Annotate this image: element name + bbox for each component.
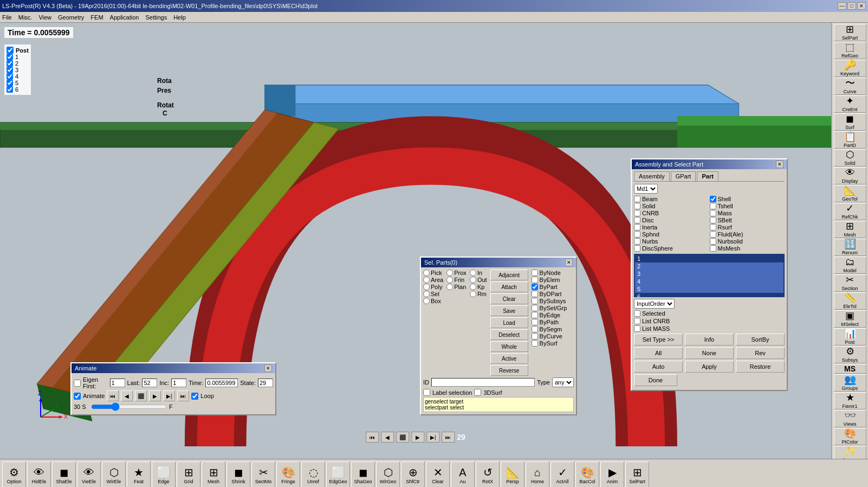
animate-animate-cb[interactable] — [74, 393, 81, 400]
btool-sectmo[interactable]: ✂ SectMo — [251, 462, 275, 488]
btool-unref[interactable]: ◌ Unref — [301, 462, 325, 488]
first-frame-btn[interactable]: ⏮ — [366, 432, 379, 443]
plan-radio[interactable] — [446, 284, 453, 290]
frin-radio[interactable] — [446, 277, 453, 283]
part-6-cb[interactable] — [7, 86, 13, 93]
btool-shfctr[interactable]: ⊕ ShfCtr — [401, 462, 425, 488]
btool-fringe[interactable]: 🎨 Fringe — [276, 462, 300, 488]
mass-cb[interactable] — [710, 210, 716, 216]
animate-inc-input[interactable] — [171, 379, 186, 387]
box-radio[interactable] — [423, 298, 430, 304]
part-5-cb[interactable] — [7, 80, 13, 86]
prox-radio[interactable] — [446, 270, 453, 276]
rtool-creent[interactable]: ✦ CreEnt — [834, 95, 866, 113]
rtool-groups[interactable]: 👥 Groups — [834, 374, 866, 392]
save-sel-btn[interactable]: Save — [490, 305, 528, 316]
btool-edge[interactable]: ⬜ Edge — [152, 462, 176, 488]
play-btn[interactable]: ▶ — [149, 390, 161, 401]
discsphere-cb[interactable] — [634, 245, 640, 252]
viewport[interactable]: Time = 0.0055999 Post 1 2 3 4 — [0, 23, 831, 459]
load-sel-btn[interactable]: Load — [490, 317, 528, 328]
rsurf-cb[interactable] — [710, 224, 716, 230]
part-list-master-cb[interactable] — [7, 47, 14, 54]
rtool-ms[interactable]: MS — [834, 364, 866, 374]
rtool-display[interactable]: 👁 Display — [834, 167, 866, 184]
selparts-close-btn[interactable]: ✕ — [565, 259, 573, 266]
menu-file[interactable]: File — [2, 14, 12, 21]
step-fwd-btn[interactable]: ▶| — [163, 390, 175, 401]
btool-clear[interactable]: ✕ Clear — [426, 462, 450, 488]
sort-by-btn[interactable]: SortBy — [736, 334, 785, 345]
out-radio[interactable] — [470, 277, 476, 283]
rtool-model[interactable]: 🗂 Model — [834, 257, 866, 274]
assembly-part-4[interactable]: 4 — [635, 278, 783, 285]
titlebar-buttons[interactable]: — □ ✕ — [838, 2, 866, 10]
byelem-cb[interactable] — [532, 277, 538, 283]
shell-cb[interactable] — [710, 196, 716, 202]
id-input[interactable] — [431, 378, 535, 387]
btool-home[interactable]: ⌂ Home — [526, 462, 549, 488]
assembly-part-5[interactable]: 5 — [635, 285, 783, 293]
byedge-cb[interactable] — [532, 312, 538, 318]
inerta-cb[interactable] — [634, 224, 640, 230]
btool-shageo[interactable]: ◼ ShaGeo — [351, 462, 375, 488]
rtool-section[interactable]: ✂ Section — [834, 274, 866, 292]
label-sel-cb[interactable] — [423, 389, 430, 396]
rm-radio[interactable] — [470, 291, 476, 297]
sphnd-cb[interactable] — [634, 231, 640, 238]
last-frame-btn[interactable]: ⏭ — [442, 432, 455, 443]
assembly-part-2[interactable]: 2 — [635, 262, 783, 270]
rtool-curve[interactable]: 〜 Curve — [834, 78, 866, 95]
reverse-btn[interactable]: Reverse — [490, 365, 528, 376]
maximize-button[interactable]: □ — [847, 2, 856, 10]
btool-grid[interactable]: ⊞ Grid — [177, 462, 200, 488]
menu-help[interactable]: Help — [173, 14, 186, 21]
poly-radio[interactable] — [423, 284, 430, 290]
active-btn[interactable]: Active — [490, 353, 528, 364]
sort-dropdown[interactable]: InputOrder — [634, 299, 675, 309]
last-btn[interactable]: ⏭ — [177, 390, 189, 401]
kp-radio[interactable] — [470, 284, 476, 290]
rtool-views[interactable]: 👓 Views — [834, 410, 866, 427]
prev-frame-btn[interactable]: ◀ — [381, 432, 394, 443]
deselect-btn[interactable]: Deselect — [490, 329, 528, 340]
btool-baccol[interactable]: 🎨 BacCol — [575, 462, 599, 488]
close-button[interactable]: ✕ — [857, 2, 866, 10]
menu-fem[interactable]: FEM — [90, 14, 103, 21]
btool-option[interactable]: ⚙ Option — [2, 462, 26, 488]
menu-settings[interactable]: Settings — [145, 14, 167, 21]
animate-time-input[interactable] — [205, 379, 238, 387]
rtool-appear[interactable]: ✨ Appear — [834, 446, 866, 459]
animate-loop-cb[interactable] — [191, 393, 198, 400]
nurbs-cb[interactable] — [634, 238, 640, 245]
btool-anim[interactable]: ▶ Anim — [600, 462, 624, 488]
sel-radio[interactable] — [423, 291, 430, 297]
bysegm-cb[interactable] — [532, 326, 538, 332]
btool-shrink[interactable]: ◼ Shrink — [226, 462, 250, 488]
play-fwd-btn[interactable]: ▶ — [411, 432, 424, 443]
animate-close-btn[interactable]: ✕ — [264, 364, 272, 372]
rtool-eletol[interactable]: 📏 EleTol — [834, 292, 866, 310]
done-btn[interactable]: Done — [634, 374, 677, 386]
btool-au[interactable]: A Au — [451, 462, 475, 488]
btool-rotx[interactable]: ↺ RotX — [476, 462, 500, 488]
adjacent-btn[interactable]: Adjacent — [490, 270, 528, 280]
rtool-geotol[interactable]: 📐 GeoTol — [834, 185, 866, 202]
nurbsolid-cb[interactable] — [710, 238, 716, 245]
bypath-cb[interactable] — [532, 319, 538, 325]
whole-btn[interactable]: Whole — [490, 341, 528, 352]
rtool-solid[interactable]: ⬡ Solid — [834, 149, 866, 166]
rtool-renum[interactable]: 🔢 Renum — [834, 239, 866, 256]
auto-btn[interactable]: Auto — [634, 361, 683, 373]
btool-wirele[interactable]: ⬡ WirEle — [102, 462, 126, 488]
btool-wirgeo[interactable]: ⬡ WirGeo — [376, 462, 400, 488]
btool-hideele[interactable]: 👁 HidEle — [27, 462, 51, 488]
stop-btn[interactable]: ⬛ — [396, 432, 409, 443]
btool-feat[interactable]: ★ Feat — [127, 462, 151, 488]
rev-btn[interactable]: Rev — [736, 347, 785, 359]
attach-btn[interactable]: Attach — [490, 281, 528, 292]
bypart-cb[interactable] — [532, 284, 538, 290]
animate-last-input[interactable] — [142, 379, 157, 387]
btool-persp[interactable]: 📐 Persp — [501, 462, 524, 488]
menu-geometry[interactable]: Geometry — [58, 14, 84, 21]
